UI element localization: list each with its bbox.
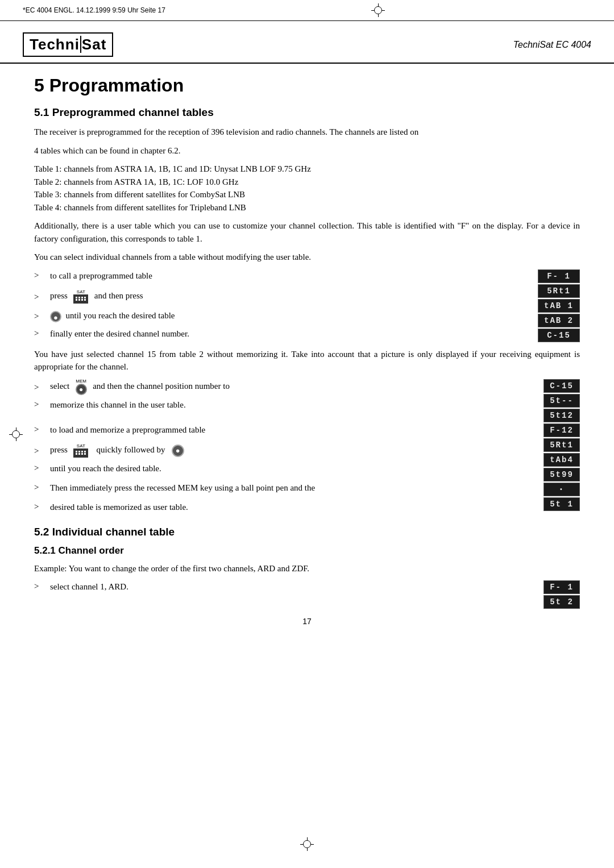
page-number: 17 — [0, 617, 614, 626]
para-after1: You have just selected channel 15 from t… — [34, 348, 580, 373]
crosshair-top — [371, 3, 385, 17]
instr-row-4: > finally enter the desired channel numb… — [34, 327, 580, 343]
ec-key-2: ● — [172, 445, 184, 457]
instr-text-g2-1: select MEM ● and then the channel positi… — [50, 379, 517, 395]
instr-row-g2-1: > select MEM ● and then the channel posi… — [34, 379, 580, 395]
mem-key: MEM ● — [76, 379, 87, 395]
instr-row-g2-7: > desired table is memorized as user tab… — [34, 501, 580, 517]
arrow-521-1: > — [34, 582, 45, 591]
para-1: The receiver is preprogrammed for the re… — [34, 126, 580, 139]
logo-techni: Techni — [30, 36, 80, 53]
page: *EC 4004 ENGL. 14.12.1999 9:59 Uhr Seite… — [0, 0, 614, 868]
instr-text-2: press SAT — [50, 289, 517, 304]
crosshair-left — [9, 427, 23, 441]
instr-row-1: > to call a preprogrammed table — [34, 269, 580, 285]
instructions-group1: F- 1 5Rt1 tAB 1 tAB 2 C-15 > to call a p… — [34, 269, 580, 343]
instr-row-g2-4: > press SAT — [34, 443, 580, 459]
instr-text-g2-3: to load and memorize a preprogrammed tab… — [50, 423, 517, 437]
logo: TechniSat — [23, 32, 113, 57]
instr-text-1: to call a preprogrammed table — [50, 269, 517, 283]
instr-text-g2-5: until you reach the desired table. — [50, 462, 517, 475]
instr-text-g2-4: press SAT — [50, 443, 517, 458]
instr-text-521-1: select channel 1, ARD. — [50, 580, 517, 593]
para-tables: Table 1: channels from ASTRA 1A, 1B, 1C … — [34, 163, 580, 214]
para-channel-order: Example: You want to change the order of… — [34, 562, 580, 575]
arrow-g2-5: > — [34, 463, 45, 473]
sat-key-2: SAT — [73, 444, 88, 458]
instructions-5-2-1: F- 1 5t 2 > select channel 1, ARD. — [34, 580, 580, 596]
instr-row-g2-5: > until you reach the desired table. — [34, 462, 580, 478]
arrow-2: > — [34, 292, 45, 302]
section-5-1-title: 5.1 Preprogrammed channel tables — [34, 106, 580, 119]
instr-row-g2-6: > Then immediately press the recessed ME… — [34, 481, 580, 497]
instr-row-2: > press SAT — [34, 289, 580, 305]
arrow-g2-6: > — [34, 483, 45, 492]
instr-text-3: ● until you reach the desired table — [50, 309, 517, 322]
instr-row-521-1: > select channel 1, ARD. — [34, 580, 580, 596]
para-user-table: Additionally, there is a user table whic… — [34, 219, 580, 245]
ec-key-1: ● — [50, 311, 61, 322]
panel-5t2: 5t 2 — [544, 595, 580, 609]
chapter-title: 5 Programmation — [34, 75, 580, 96]
arrow-g2-4: > — [34, 446, 45, 456]
main-content: 5 Programmation 5.1 Preprogrammed channe… — [0, 69, 614, 605]
instr-row-g2-3: > to load and memorize a preprogrammed t… — [34, 423, 580, 439]
logo-sat: Sat — [82, 36, 106, 53]
arrow-3: > — [34, 312, 45, 321]
subsection-5-2-1-title: 5.2.1 Channel order — [34, 545, 580, 556]
para-2: 4 tables which can be found in chapter 6… — [34, 144, 580, 157]
arrow-g2-2: > — [34, 400, 45, 409]
para-select: You can select individual channels from … — [34, 251, 580, 264]
instr-row-g2-2: > memorize this channel in the user tabl… — [34, 398, 580, 414]
instr-text-g2-2: memorize this channel in the user table. — [50, 398, 517, 412]
arrow-g2-1: > — [34, 383, 45, 392]
crosshair-bottom — [300, 837, 314, 851]
arrow-4: > — [34, 329, 45, 338]
section-5-2-title: 5.2 Individual channel table — [34, 526, 580, 538]
instr-text-4: finally enter the desired channel number… — [50, 327, 517, 340]
arrow-g2-7: > — [34, 502, 45, 512]
logo-area: TechniSat TechniSat EC 4004 — [0, 21, 614, 64]
top-bar-text: *EC 4004 ENGL. 14.12.1999 9:59 Uhr Seite… — [23, 6, 165, 14]
arrow-1: > — [34, 271, 45, 280]
instr-text-g2-7: desired table is memorized as user table… — [50, 501, 517, 514]
logo-divider — [80, 36, 81, 53]
header-title: TechniSat EC 4004 — [513, 40, 591, 50]
sat-key: SAT — [73, 290, 88, 304]
instr-text-g2-6: Then immediately press the recessed MEM … — [50, 481, 517, 495]
arrow-g2-3: > — [34, 425, 45, 434]
instr-row-3: > ● until you reach the desired table — [34, 308, 580, 324]
spacer-1 — [34, 418, 580, 423]
top-bar: *EC 4004 ENGL. 14.12.1999 9:59 Uhr Seite… — [0, 0, 614, 21]
instructions-group2: C-15 5t-- 5t12 F-12 5Rt1 tAb4 5t99 · 5t … — [34, 379, 580, 517]
